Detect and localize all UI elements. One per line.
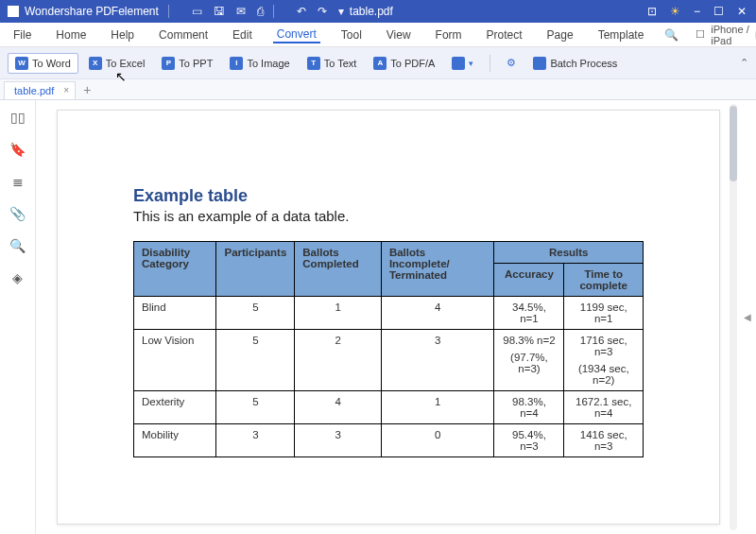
menu-bar: File Home Help Comment Edit Convert Tool… [0,23,756,47]
app-name: Wondershare PDFelement [25,5,159,18]
word-icon [15,57,28,70]
title-bar: Wondershare PDFelement ▭ 🖫 ✉ ⎙ ↶ ↷ ▾ tab… [0,0,756,23]
ribbon-to-ppt[interactable]: To PPT [155,54,219,73]
workspace: ▯▯ 🔖 ≣ 📎 🔍 ◈ Example table This is an ex… [0,100,756,534]
cell-cat: Mobility [134,424,216,457]
data-table: Disability Category Participants Ballots… [133,241,644,457]
th-ballots-incomplete: Ballots Incomplete/ Terminated [381,242,494,297]
th-results: Results [494,242,644,264]
thumbnails-icon[interactable]: ▯▯ [10,110,26,125]
cell-bc: 1 [295,297,382,330]
bookmark-icon[interactable]: 🔖 [9,142,26,157]
cell-ttc: 1199 sec, n=1 [564,297,644,330]
attachment-icon[interactable]: 📎 [9,206,26,221]
device-icon: ☐ [696,28,705,41]
theme-icon[interactable]: ☀ [670,5,680,18]
print-icon[interactable]: ⎙ [257,5,264,18]
th-ballots-completed: Ballots Completed [295,242,382,297]
menu-tool[interactable]: Tool [337,26,366,43]
ribbon-to-excel-label: To Excel [106,58,146,69]
doc-title: Example table [133,186,644,206]
window-controls: ⊡ ☀ − ☐ ✕ [647,5,747,18]
right-gutter: ◀ [739,100,756,534]
cell-part: 5 [216,297,295,330]
th-time: Time to complete [564,264,644,297]
document-tab-label: table.pdf [14,85,54,96]
device-link[interactable]: iPhone / iPad [711,24,748,46]
cell-bc: 2 [295,330,382,391]
ribbon-more[interactable]: ▾ [445,54,480,73]
feedback-icon[interactable]: ⊡ [647,5,657,18]
separator [273,5,274,18]
menu-view[interactable]: View [383,26,415,43]
cell-cat: Blind [134,297,216,330]
cell-bit: 1 [381,391,494,424]
outline-icon[interactable]: ≣ [12,174,24,189]
cell-part: 5 [216,391,295,424]
cell-cat: Low Vision [134,330,216,391]
scrollbar-thumb[interactable] [730,106,737,181]
menu-convert[interactable]: Convert [273,26,320,43]
menu-page[interactable]: Page [543,26,577,43]
cell-acc: 98.3%, n=4 [494,391,564,424]
doc-subtitle: This is an example of a data table. [133,208,644,224]
redo-icon[interactable]: ↷ [318,5,327,18]
cell-part: 5 [216,330,295,391]
menu-file[interactable]: File [9,26,35,43]
ribbon-to-pdfa[interactable]: To PDF/A [367,54,441,73]
menu-template[interactable]: Template [594,26,648,43]
tab-close-icon[interactable]: × [63,85,69,95]
table-row: Dexterity 5 4 1 98.3%, n=4 1672.1 sec, n… [134,391,644,424]
ribbon-to-text[interactable]: To Text [301,54,364,73]
ribbon-to-pdfa-label: To PDF/A [390,58,435,69]
menu-home[interactable]: Home [52,26,90,43]
cell-acc: 95.4%, n=3 [494,424,564,457]
ribbon-batch[interactable]: Batch Process [526,54,624,73]
layers-icon[interactable]: ◈ [12,270,23,285]
add-tab-button[interactable]: + [76,80,98,99]
open-icon[interactable]: ▭ [192,5,202,18]
ribbon-to-image-label: To Image [247,58,289,69]
document-tab[interactable]: table.pdf × [4,81,76,99]
ribbon-to-text-label: To Text [324,58,357,69]
scrollbar-vertical[interactable] [730,104,737,530]
dropdown-icon[interactable]: ▾ [338,5,344,18]
cell-acc: 98.3% n=2(97.7%, n=3) [494,330,564,391]
ribbon-to-word[interactable]: To Word [8,53,78,74]
table-header-row: Disability Category Participants Ballots… [134,242,644,264]
chevron-down-icon: ▾ [469,59,473,68]
menu-edit[interactable]: Edit [229,26,256,43]
right-panel-toggle-icon[interactable]: ◀ [744,312,751,322]
close-icon[interactable]: ✕ [737,5,747,18]
menu-help[interactable]: Help [107,26,138,43]
menu-comment[interactable]: Comment [155,26,212,43]
search-icon[interactable]: 🔍 [9,238,26,253]
ribbon-convert: To Word To Excel To PPT To Image To Text… [0,47,756,79]
document-canvas[interactable]: Example table This is an example of a da… [36,100,739,534]
mail-icon[interactable]: ✉ [236,5,246,18]
table-row: Blind 5 1 4 34.5%, n=1 1199 sec, n=1 [134,297,644,330]
image-icon [230,57,243,70]
cell-ttc: 1416 sec, n=3 [564,424,644,457]
menu-search-icon[interactable]: 🔍 [664,28,679,42]
menu-protect[interactable]: Protect [483,26,526,43]
th-participants: Participants [216,242,295,297]
maximize-icon[interactable]: ☐ [713,5,724,18]
menu-form[interactable]: Form [432,26,466,43]
ribbon-settings[interactable]: ⚙ [500,54,523,72]
document-tabstrip: table.pdf × + [0,79,756,100]
cell-bc: 4 [295,391,382,424]
table-row: Mobility 3 3 0 95.4%, n=3 1416 sec, n=3 [134,424,644,457]
titlebar-quick-icons: ▭ 🖫 ✉ ⎙ [192,5,264,18]
ribbon-to-image[interactable]: To Image [223,54,296,73]
th-category: Disability Category [134,242,216,297]
minimize-icon[interactable]: − [694,5,700,18]
table-row: Low Vision 5 2 3 98.3% n=2(97.7%, n=3) 1… [134,330,644,391]
ribbon-to-excel[interactable]: To Excel [82,54,152,73]
undo-icon[interactable]: ↶ [297,5,306,18]
save-icon[interactable]: 🖫 [214,5,225,18]
gear-icon: ⚙ [507,57,516,69]
cell-ttc: 1672.1 sec, n=4 [564,391,644,424]
ppt-icon [162,57,175,70]
ribbon-collapse-icon[interactable]: ⌃ [740,57,748,69]
